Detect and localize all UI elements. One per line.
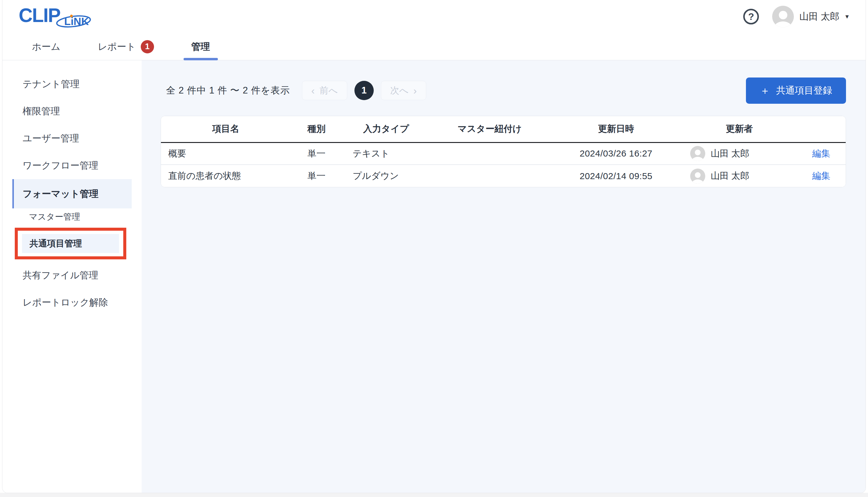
- chevron-right-icon: ›: [413, 85, 416, 96]
- col-header-updated-at: 更新日時: [550, 116, 682, 142]
- cell-master-link: [430, 165, 550, 187]
- sidebar-item-master[interactable]: マスター管理: [2, 208, 142, 225]
- tab-admin-label: 管理: [191, 40, 210, 53]
- header-right: ? 山田 太郎 ▾: [743, 6, 849, 27]
- common-fields-table: 項目名 種別 入力タイプ マスター紐付け 更新日時 更新者 概: [161, 116, 846, 187]
- col-header-master-link: マスター紐付け: [430, 116, 550, 142]
- sidebar-item-label: フォーマット管理: [23, 188, 99, 200]
- sidebar-item-tenant[interactable]: テナント管理: [2, 71, 142, 98]
- col-header-kind: 種別: [291, 116, 342, 142]
- tab-home-label: ホーム: [32, 40, 60, 53]
- main-content: 全 2 件中 1 件 〜 2 件を表示 ‹ 前へ 1 次へ › ＋ 共通項目登録: [142, 60, 866, 493]
- app-body: テナント管理 権限管理 ユーザー管理 ワークフロー管理 フォーマット管理 マスタ…: [2, 60, 866, 493]
- cell-updater: 山田 太郎: [682, 165, 796, 187]
- help-icon[interactable]: ?: [743, 9, 759, 25]
- col-header-item-name: 項目名: [161, 116, 291, 142]
- sidebar-item-shared-files[interactable]: 共有ファイル管理: [2, 262, 142, 289]
- cell-edit: 編集: [796, 165, 846, 187]
- logo-i-dot: [70, 15, 73, 17]
- cell-input-type: テキスト: [342, 142, 430, 165]
- tab-home[interactable]: ホーム: [24, 33, 68, 60]
- updater-avatar-icon: [690, 146, 705, 161]
- sidebar-item-common-fields[interactable]: 共通項目管理: [22, 234, 119, 253]
- sidebar-item-label: 権限管理: [23, 105, 60, 118]
- sidebar-item-user[interactable]: ユーザー管理: [2, 125, 142, 152]
- current-page-indicator[interactable]: 1: [354, 81, 374, 100]
- main-tabbar: ホーム レポート 1 管理: [2, 33, 866, 60]
- sidebar-item-label: マスター管理: [29, 211, 80, 223]
- add-common-field-button[interactable]: ＋ 共通項目登録: [746, 77, 846, 104]
- edit-link[interactable]: 編集: [812, 148, 830, 158]
- cell-input-type: プルダウン: [342, 165, 430, 187]
- cell-updater: 山田 太郎: [682, 142, 796, 165]
- pagination-summary: 全 2 件中 1 件 〜 2 件を表示: [166, 84, 290, 97]
- sidebar-item-label: 共通項目管理: [30, 238, 82, 250]
- sidebar-item-label: ユーザー管理: [23, 132, 79, 145]
- edit-link[interactable]: 編集: [812, 171, 830, 181]
- window-bottom-strip: [0, 493, 868, 497]
- prev-page-button[interactable]: ‹ 前へ: [302, 81, 347, 100]
- sidebar-item-permission[interactable]: 権限管理: [2, 98, 142, 125]
- app-window: CLIP LiNK ? 山田 太郎 ▾ ホーム: [2, 0, 866, 493]
- table-row: 概要 単一 テキスト 2024/03/26 16:27 山田 太郎: [161, 142, 846, 165]
- admin-sidebar: テナント管理 権限管理 ユーザー管理 ワークフロー管理 フォーマット管理 マスタ…: [2, 60, 142, 493]
- updater-name: 山田 太郎: [711, 147, 749, 160]
- table-header-row: 項目名 種別 入力タイプ マスター紐付け 更新日時 更新者: [161, 116, 846, 142]
- col-header-updater: 更新者: [682, 116, 796, 142]
- col-header-input-type: 入力タイプ: [342, 116, 430, 142]
- tab-report[interactable]: レポート 1: [90, 33, 162, 60]
- red-annotation-box: 共通項目管理: [15, 228, 126, 259]
- chevron-down-icon: ▾: [845, 13, 849, 20]
- sidebar-item-label: 共有ファイル管理: [23, 269, 98, 282]
- cell-item-name: 概要: [161, 142, 291, 165]
- table-row: 直前の患者の状態 単一 プルダウン 2024/02/14 09:55 山田 太郎: [161, 165, 846, 187]
- next-page-button[interactable]: 次へ ›: [381, 81, 426, 100]
- cell-kind: 単一: [291, 165, 342, 187]
- logo-clip-text: CLIP: [19, 4, 60, 26]
- app-header: CLIP LiNK ? 山田 太郎 ▾: [2, 0, 866, 33]
- cell-updated-at: 2024/03/26 16:27: [550, 142, 682, 165]
- col-header-actions: [796, 116, 846, 142]
- logo-link-text: LiNK: [64, 15, 89, 27]
- page: CLIP LiNK ? 山田 太郎 ▾ ホーム: [0, 0, 868, 497]
- sidebar-item-workflow[interactable]: ワークフロー管理: [2, 152, 142, 179]
- tab-admin[interactable]: 管理: [183, 33, 218, 60]
- sidebar-item-label: テナント管理: [23, 78, 79, 90]
- sidebar-item-report-unlock[interactable]: レポートロック解除: [2, 289, 142, 316]
- list-toolbar: 全 2 件中 1 件 〜 2 件を表示 ‹ 前へ 1 次へ › ＋ 共通項目登録: [161, 77, 846, 104]
- sidebar-item-label: レポートロック解除: [23, 296, 108, 309]
- cell-item-name: 直前の患者の状態: [161, 165, 291, 187]
- cell-edit: 編集: [796, 142, 846, 165]
- next-label: 次へ: [390, 84, 409, 97]
- user-avatar-icon: [772, 6, 794, 27]
- prev-label: 前へ: [320, 84, 338, 97]
- cell-updated-at: 2024/02/14 09:55: [550, 165, 682, 187]
- user-name: 山田 太郎: [799, 10, 839, 23]
- updater-avatar-icon: [690, 169, 705, 184]
- chevron-left-icon: ‹: [311, 85, 315, 96]
- add-button-label: 共通項目登録: [776, 84, 832, 97]
- tab-report-label: レポート: [98, 40, 136, 53]
- report-badge: 1: [141, 40, 154, 53]
- sidebar-item-label: ワークフロー管理: [23, 159, 98, 172]
- clip-link-logo: CLIP LiNK: [18, 3, 93, 30]
- cell-master-link: [430, 142, 550, 165]
- logo-graphic: CLIP LiNK: [18, 3, 93, 30]
- plus-icon: ＋: [760, 85, 770, 96]
- sidebar-item-format[interactable]: フォーマット管理: [12, 179, 132, 208]
- updater-name: 山田 太郎: [711, 170, 749, 182]
- help-question-glyph: ?: [748, 11, 754, 22]
- user-menu[interactable]: 山田 太郎 ▾: [772, 6, 849, 27]
- cell-kind: 単一: [291, 142, 342, 165]
